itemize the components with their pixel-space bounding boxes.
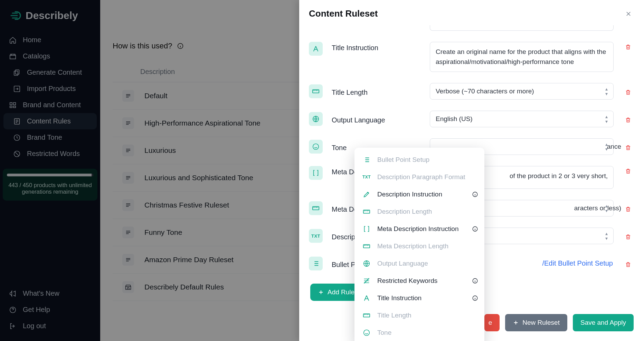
dropdown-item: Tone <box>354 324 484 341</box>
tone-icon <box>309 140 323 154</box>
dropdown-item[interactable]: Restricted Keywords <box>354 272 484 289</box>
delete-button[interactable] <box>622 204 634 212</box>
title-instruction-icon <box>309 42 323 56</box>
edit-bullet-point-link[interactable]: /Edit Bullet Point Setup <box>541 255 614 271</box>
dropdown-item-icon <box>362 244 371 249</box>
panel-title: Content Ruleset <box>309 8 378 19</box>
select-value-partial: aracters or less) <box>574 204 621 212</box>
dropdown-item-label: Output Language <box>377 260 428 267</box>
info-icon <box>472 191 478 197</box>
dropdown-item-label: Tone <box>377 329 391 337</box>
dropdown-item[interactable]: Meta Description Instruction <box>354 220 484 238</box>
new-ruleset-label: New Ruleset <box>522 319 560 326</box>
dropdown-item-icon <box>362 209 371 214</box>
field-output-language: Output Language English (US) ▴▾ <box>309 105 634 133</box>
svg-point-24 <box>364 330 370 336</box>
delete-label-partial: e <box>489 319 492 326</box>
meta-desc-length-icon <box>309 201 323 215</box>
dropdown-item-icon: TXT <box>362 175 371 179</box>
label: Title Instruction <box>332 42 422 52</box>
title-length-icon <box>309 84 323 98</box>
dropdown-item-icon <box>362 156 371 164</box>
new-ruleset-button[interactable]: New Ruleset <box>505 314 567 331</box>
dropdown-item-icon <box>362 225 371 233</box>
field-title-length: Title Length Verbose (~70 characters or … <box>309 77 634 105</box>
dropdown-item-label: Bullet Point Setup <box>377 156 429 164</box>
dropdown-item: Title Length <box>354 307 484 324</box>
dropdown-item-label: Description Paragraph Format <box>377 173 465 181</box>
chevron-updown-icon: ▴▾ <box>605 231 608 241</box>
dropdown-item: Output Language <box>354 255 484 272</box>
dropdown-item-icon <box>362 313 371 318</box>
dropdown-item-icon <box>362 260 371 267</box>
save-label: Save and Apply <box>580 319 626 326</box>
title-length-select[interactable]: Verbose (~70 characters or more) ▴▾ <box>430 83 614 100</box>
dropdown-item-label: Meta Description Instruction <box>377 225 459 233</box>
dropdown-item-label: Restricted Keywords <box>377 277 437 285</box>
delete-ruleset-button[interactable]: e <box>484 314 500 331</box>
dropdown-item-icon <box>362 277 371 285</box>
panel-body: Title Instruction Create an original nam… <box>299 25 644 341</box>
delete-button[interactable] <box>622 166 634 174</box>
field-title-instruction: Title Instruction Create an original nam… <box>309 36 634 77</box>
svg-point-14 <box>313 144 319 150</box>
dropdown-item-icon <box>362 294 371 302</box>
ruleset-panel: Content Ruleset Title Instruction Create… <box>299 0 644 341</box>
dropdown-item-label: Title Length <box>377 312 411 319</box>
select-value-partial: ance <box>607 143 621 150</box>
title-instruction-input[interactable]: Create an original name for the product … <box>430 42 614 72</box>
input-value-partial: of the product in 2 or 3 very short, <box>510 171 608 181</box>
prev-select[interactable] <box>430 25 614 31</box>
delete-button[interactable] <box>622 142 634 151</box>
svg-rect-15 <box>313 206 319 210</box>
info-icon <box>472 295 478 301</box>
paragraph-format-icon: TXT <box>309 229 323 243</box>
bullet-point-icon <box>309 257 323 270</box>
add-rule-label: Add Rule <box>328 288 354 296</box>
label: Title Length <box>332 86 422 96</box>
dropdown-item-label: Description Length <box>377 208 432 215</box>
dropdown-item-icon <box>362 191 371 198</box>
panel-header: Content Ruleset <box>299 0 644 25</box>
svg-rect-12 <box>313 90 319 93</box>
chevron-updown-icon: ▴▾ <box>605 114 608 124</box>
dropdown-item[interactable]: Description Instruction <box>354 186 484 203</box>
info-icon <box>472 278 478 284</box>
delete-button[interactable] <box>622 259 634 268</box>
select-value: English (US) <box>436 115 473 123</box>
delete-button[interactable] <box>622 232 634 240</box>
delete-button[interactable] <box>622 42 634 50</box>
meta-desc-instruction-icon <box>309 166 323 180</box>
delete-button[interactable] <box>622 87 634 95</box>
delete-button[interactable] <box>622 115 634 123</box>
save-and-apply-button[interactable]: Save and Apply <box>573 314 634 331</box>
dropdown-item: Bullet Point Setup <box>354 151 484 168</box>
dropdown-item: Meta Description Length <box>354 238 484 255</box>
chevron-updown-icon: ▴▾ <box>605 86 608 96</box>
dropdown-item[interactable]: Title Instruction <box>354 289 484 307</box>
select-value: Verbose (~70 characters or more) <box>436 87 534 95</box>
dropdown-item: Description Length <box>354 203 484 220</box>
output-language-select[interactable]: English (US) ▴▾ <box>430 111 614 127</box>
label: Output Language <box>332 114 422 124</box>
close-button[interactable] <box>623 9 634 18</box>
dropdown-item-label: Title Instruction <box>377 294 422 302</box>
dropdown-item-icon <box>362 329 371 337</box>
output-language-icon <box>309 112 323 126</box>
dropdown-item: TXTDescription Paragraph Format <box>354 168 484 186</box>
dropdown-item-label: Description Instruction <box>377 191 442 198</box>
info-icon <box>472 226 478 232</box>
dropdown-item-label: Meta Description Length <box>377 242 448 250</box>
add-rule-dropdown: Bullet Point SetupTXTDescription Paragra… <box>354 148 484 341</box>
